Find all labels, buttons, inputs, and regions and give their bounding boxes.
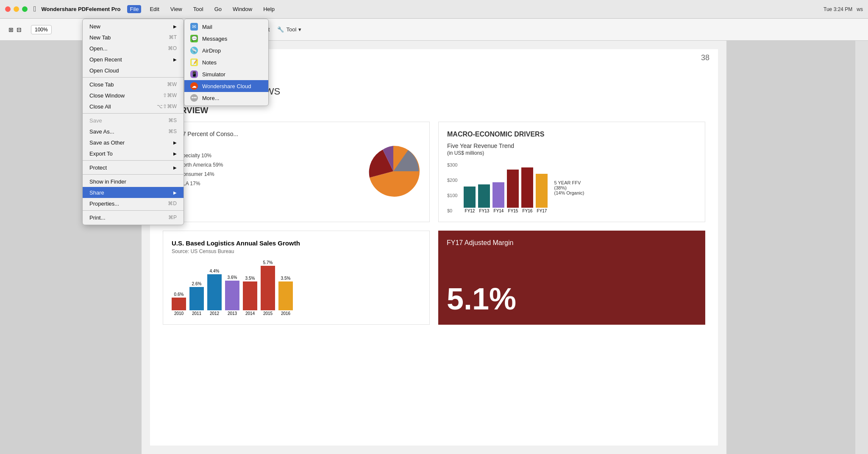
open-label: Open... — [89, 45, 108, 52]
separator-1 — [83, 77, 184, 78]
sales-bar-2015: 5.7% 2015 — [261, 260, 275, 316]
print-label: Print... — [89, 214, 106, 221]
macro-title: MACRO-ECONOMIC DRIVERS — [447, 131, 696, 138]
menu-open-cloud[interactable]: Open Cloud — [83, 65, 184, 76]
tool-arrow: ▾ — [298, 26, 301, 33]
ffv-label: 5 YEAR FFV(38%)(14% Organic) — [554, 180, 584, 195]
share-notes[interactable]: 📝 Notes — [184, 56, 268, 68]
close-window-label: Close Window — [89, 92, 125, 99]
menu-export-to[interactable]: Export To ▶ — [83, 148, 184, 159]
menu-save-as[interactable]: Save As... ⌘S — [83, 126, 184, 137]
legend-consumer: Consumer 14% — [172, 171, 357, 177]
grid-icon[interactable]: ⊞ — [8, 26, 14, 33]
menu-new-tab[interactable]: New Tab ⌘T — [83, 32, 184, 43]
open-recent-label: Open Recent — [89, 56, 122, 63]
user-name: ws — [857, 6, 863, 12]
share-simulator[interactable]: 📱 Simulator — [184, 68, 268, 80]
protect-label: Protect — [89, 164, 107, 171]
sales-bar-2016: 3.5% 2016 — [278, 276, 293, 316]
pie-section: Specialty 10% North America 59% Consumer… — [172, 144, 421, 199]
menu-properties[interactable]: Properties... ⌘D — [83, 198, 184, 209]
bar-fy12: FY12 — [464, 187, 476, 213]
app-name: Wondershare PDFelement Pro — [42, 6, 121, 12]
share-wondershare[interactable]: ☁ Wondershare Cloud — [184, 80, 268, 92]
menu-open-recent[interactable]: Open Recent ▶ — [83, 54, 184, 65]
pie-legend: Specialty 10% North America 59% Consumer… — [172, 153, 357, 190]
separator-2 — [83, 113, 184, 114]
share-more[interactable]: ••• More... — [184, 92, 268, 104]
airdrop-label: AirDrop — [202, 47, 221, 54]
menu-tool[interactable]: Tool — [191, 5, 206, 13]
menu-new[interactable]: New ▶ — [83, 21, 184, 32]
legend-specialty: Specialty 10% — [172, 153, 357, 159]
north-america-label: North America 59% — [179, 162, 223, 168]
close-button[interactable] — [5, 6, 11, 12]
bar-fy15: FY15 — [507, 170, 519, 213]
margin-value: 5.1% — [447, 281, 697, 316]
menu-close-all[interactable]: Close All ⌥⇧⌘W — [83, 101, 184, 112]
simulator-label: Simulator — [202, 71, 225, 78]
bottom-grid: U.S. Based Logistics Annual Sales Growth… — [163, 231, 705, 325]
menu-help[interactable]: Help — [261, 5, 277, 13]
notes-label: Notes — [202, 59, 217, 66]
properties-shortcut: ⌘D — [168, 201, 177, 206]
more-icon: ••• — [190, 94, 198, 102]
sales-title: U.S. Based Logistics Annual Sales Growth — [172, 240, 421, 247]
menu-share[interactable]: Share ▶ — [83, 187, 184, 198]
margin-box: FY17 Adjusted Margin 5.1% — [438, 231, 705, 325]
export-to-label: Export To — [89, 150, 113, 157]
save-as-other-arrow: ▶ — [173, 140, 177, 145]
y-axis: $300 $200 $100 $0 — [447, 162, 457, 213]
fy17-chart-box: FY17 Percent of Conso... Specialty 10% N… — [163, 122, 430, 222]
menu-show-in-finder[interactable]: Show in Finder — [83, 176, 184, 187]
menu-new-label: New — [89, 23, 100, 30]
separator-3 — [83, 160, 184, 161]
share-messages[interactable]: 💬 Messages — [184, 33, 268, 45]
protect-arrow: ▶ — [173, 165, 177, 170]
open-cloud-label: Open Cloud — [89, 67, 119, 74]
menu-file[interactable]: File — [127, 5, 141, 13]
menu-edit[interactable]: Edit — [147, 5, 161, 13]
new-tab-label: New Tab — [89, 34, 111, 41]
close-all-label: Close All — [89, 103, 111, 110]
separator-5 — [83, 210, 184, 211]
save-as-other-label: Save as Other — [89, 139, 125, 146]
file-menu: New ▶ New Tab ⌘T Open... ⌘O Open Recent … — [82, 19, 184, 225]
apple-menu[interactable]:  — [33, 5, 36, 14]
menu-go[interactable]: Go — [212, 5, 224, 13]
close-window-shortcut: ⇧⌘W — [163, 92, 177, 98]
menu-protect[interactable]: Protect ▶ — [83, 162, 184, 173]
minimize-button[interactable] — [14, 6, 19, 12]
bars-container: FY12 FY13 FY14 — [464, 162, 548, 213]
share-mail[interactable]: ✉ Mail — [184, 21, 268, 33]
bar-fy14: FY14 — [492, 182, 504, 213]
pdf-content: 38 LDS OVERVIEW AND REVIEWS OVERVIEW FY1… — [150, 49, 718, 446]
maximize-button[interactable] — [22, 6, 28, 12]
airdrop-icon: 📡 — [190, 47, 198, 54]
share-airdrop[interactable]: 📡 AirDrop — [184, 45, 268, 56]
bar-fy17: FY17 — [536, 174, 548, 213]
menu-window[interactable]: Window — [230, 5, 255, 13]
fy17-chart-title: FY17 Percent of Conso... — [172, 131, 421, 137]
mail-label: Mail — [202, 24, 212, 30]
save-shortcut: ⌘S — [168, 117, 177, 123]
share-label: Share — [89, 189, 104, 196]
bar-chart-title: Five Year Revenue Trend(in US$ millions) — [447, 142, 696, 156]
sales-bar-2013: 3.6% 2013 — [225, 275, 239, 316]
tool-button[interactable]: 🔧 Tool ▾ — [277, 26, 301, 33]
open-shortcut: ⌘O — [168, 45, 177, 51]
menu-close-tab[interactable]: Close Tab ⌘W — [83, 79, 184, 90]
menu-view[interactable]: View — [168, 5, 185, 13]
menu-open[interactable]: Open... ⌘O — [83, 43, 184, 54]
menu-print[interactable]: Print... ⌘P — [83, 212, 184, 223]
menu-save-as-other[interactable]: Save as Other ▶ — [83, 137, 184, 148]
margin-title: FY17 Adjusted Margin — [447, 239, 513, 247]
zoom-control[interactable]: 100% — [31, 25, 52, 34]
sales-bar-2014: 3.5% 2014 — [243, 276, 257, 316]
menu-close-window[interactable]: Close Window ⇧⌘W — [83, 90, 184, 101]
new-tab-shortcut: ⌘T — [169, 34, 177, 40]
layout-icon[interactable]: ⊟ — [17, 26, 22, 33]
pie-chart — [366, 144, 421, 199]
sales-source: Source: US Census Bureau — [172, 248, 421, 254]
doc-icons: ⊞ ⊟ — [8, 26, 22, 33]
